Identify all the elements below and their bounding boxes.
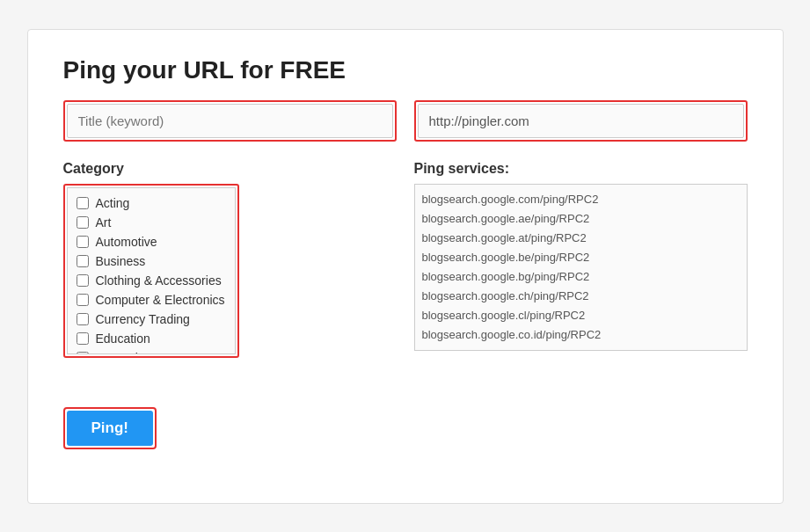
category-item[interactable]: Education [71,329,231,348]
category-checkbox[interactable] [77,236,89,248]
ping-services-label: Ping services: [414,161,748,177]
url-input[interactable] [418,104,744,138]
ping-service-item: blogsearch.google.at/ping/RPC2 [422,229,740,248]
ping-service-item: blogsearch.google.ae/ping/RPC2 [422,209,740,229]
category-item[interactable]: Clothing & Accessories [71,271,231,290]
category-item-label: Education [96,332,150,346]
ping-service-item: blogsearch.google.ch/ping/RPC2 [422,287,740,306]
ping-service-item: blogsearch.google.com/ping/RPC2 [422,190,740,209]
category-item-label: Computer & Electronics [96,293,225,307]
category-checkbox[interactable] [77,313,89,325]
category-list[interactable]: ActingArtAutomotiveBusinessClothing & Ac… [67,187,236,354]
ping-button-wrapper: Ping! [63,407,157,449]
category-item-label: Acting [96,196,130,210]
category-item[interactable]: Acting [71,193,231,213]
ping-service-item: blogsearch.google.be/ping/RPC2 [422,248,740,267]
category-checkbox[interactable] [77,197,89,209]
url-input-wrapper [414,100,748,142]
category-item-label: Business [96,254,146,268]
category-checkbox[interactable] [77,255,89,267]
category-item-label: Automotive [96,235,157,249]
category-item-label: Clothing & Accessories [96,273,222,288]
title-input-wrapper [63,100,397,142]
category-checkbox[interactable] [77,274,89,287]
category-item[interactable]: Currency Trading [71,310,231,329]
ping-service-item: blogsearch.google.co.il/ping/RPC2 [422,345,740,350]
category-checkbox[interactable] [77,332,89,345]
category-wrapper: ActingArtAutomotiveBusinessClothing & Ac… [63,184,239,358]
main-card: Ping your URL for FREE Category ActingAr… [27,29,784,504]
category-item[interactable]: Business [71,251,231,271]
category-checkbox[interactable] [77,216,89,229]
category-item-label: Currency Trading [96,312,190,326]
category-item[interactable]: Computer & Electronics [71,290,231,310]
category-label: Category [63,161,397,177]
category-item[interactable]: Art [71,213,231,232]
ping-service-item: blogsearch.google.cl/ping/RPC2 [422,306,740,325]
category-checkbox[interactable] [77,352,89,354]
ping-button[interactable]: Ping! [67,411,154,446]
ping-services-list[interactable]: blogsearch.google.com/ping/RPC2blogsearc… [414,184,748,351]
title-input[interactable] [67,104,393,138]
top-row [63,100,748,142]
category-item-label: Art [96,215,112,230]
ping-service-item: blogsearch.google.co.id/ping/RPC2 [422,325,740,345]
bottom-row: Category ActingArtAutomotiveBusinessClot… [63,161,748,358]
ping-service-item: blogsearch.google.bg/ping/RPC2 [422,267,740,287]
page-title: Ping your URL for FREE [63,56,748,84]
category-checkbox[interactable] [77,294,89,306]
category-item[interactable]: Automotive [71,232,231,251]
category-item-label: Entertainment [96,351,172,354]
right-column: Ping services: blogsearch.google.com/pin… [414,161,748,358]
left-column: Category ActingArtAutomotiveBusinessClot… [63,161,397,358]
category-item[interactable]: Entertainment [71,348,231,354]
